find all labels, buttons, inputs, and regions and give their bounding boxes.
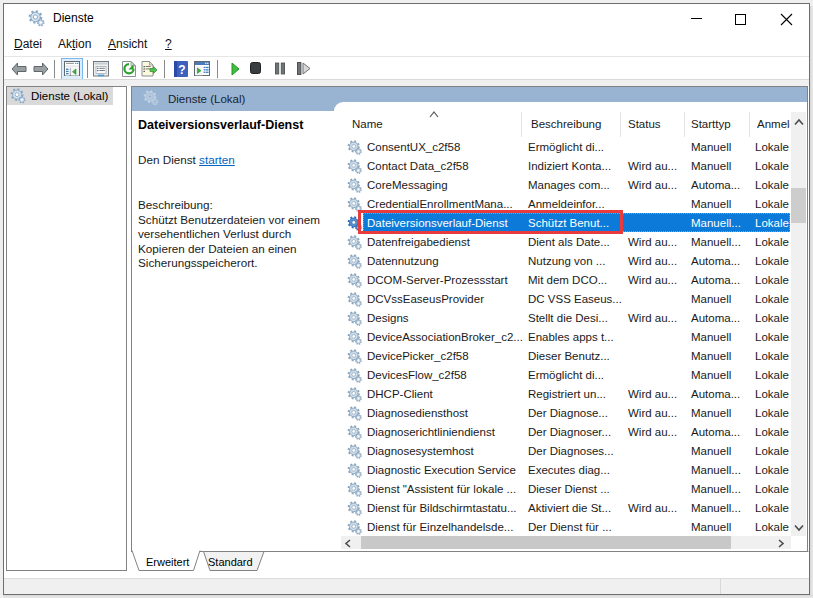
svg-text:?: ? [178, 63, 185, 77]
